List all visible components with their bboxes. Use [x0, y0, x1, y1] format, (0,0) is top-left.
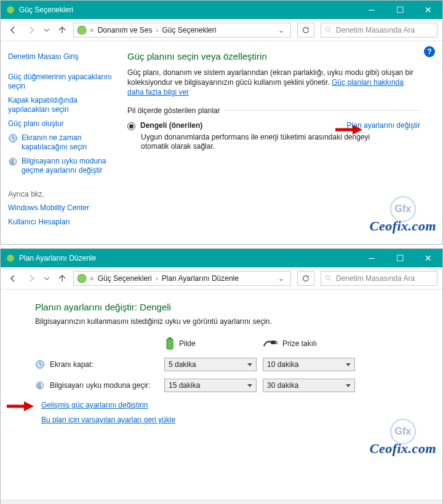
refresh-button[interactable]	[297, 23, 314, 37]
row-sleep-label: Bilgisayarı uyku moduna geçir:	[50, 381, 150, 390]
chevron-right-icon: ›	[156, 26, 158, 34]
search-icon	[325, 26, 332, 34]
see-also-label: Ayrıca bkz.	[8, 190, 119, 199]
column-plugged: Prize takılı	[263, 339, 361, 348]
address-bar[interactable]: « Güç Seçenekleri › Plan Ayarlarını Düze…	[73, 271, 291, 286]
column-battery: Pilde	[164, 337, 263, 350]
titlebar[interactable]: Güç Seçenekleri ─ ☐ ✕	[1, 1, 442, 19]
nav-toolbar: « Donanım ve Ses › Güç Seçenekleri ⌄ Den…	[1, 19, 442, 41]
page-heading: Güç planını seçin veya özelleştirin	[127, 51, 420, 61]
button-bar: Değişiklikleri kaydet İptal	[1, 500, 442, 504]
main-panel: Güç planını seçin veya özelleştirin Güç …	[125, 47, 442, 238]
search-input[interactable]: Denetim Masasında Ara	[321, 23, 437, 37]
nav-control-panel-home[interactable]: Denetim Masası Giriş	[8, 52, 119, 61]
recent-dropdown[interactable]	[42, 271, 51, 286]
back-button[interactable]	[6, 271, 20, 286]
crumb-sep-icon: «	[90, 26, 94, 34]
nav-lid-close[interactable]: Kapak kapatıldığında yapılacakları seçin	[8, 96, 119, 114]
up-button[interactable]	[55, 271, 70, 286]
page-heading: Planın ayarlarını değiştir: Dengeli	[35, 302, 420, 312]
clock-icon	[8, 133, 18, 143]
settings-grid: Pilde Prize takılı Ekranı kapat: 5 dakik…	[35, 337, 420, 392]
close-button[interactable]: ✕	[414, 1, 442, 19]
column-battery-label: Pilde	[179, 339, 196, 348]
crumb-sep-icon: «	[90, 274, 94, 283]
window-title: Güç Seçenekleri	[19, 6, 357, 14]
plan-radio-balanced[interactable]	[127, 122, 135, 130]
restore-defaults-link[interactable]: Bu plan için varsayılan ayarları geri yü…	[41, 415, 175, 424]
watermark-badge: Gfx	[390, 196, 416, 222]
chevron-down-icon[interactable]: ⌄	[274, 274, 288, 283]
nav-sleep-settings[interactable]: Bilgisayarın uyku moduna geçme ayarların…	[22, 157, 119, 175]
power-icon	[6, 253, 15, 263]
battery-icon	[164, 337, 175, 350]
clock-icon	[35, 360, 45, 369]
titlebar[interactable]: Plan Ayarlarını Düzenle ─ ☐ ✕	[1, 249, 442, 267]
row-display-label: Ekranı kapat:	[50, 360, 94, 369]
svg-point-5	[7, 254, 14, 262]
window-title: Plan Ayarlarını Düzenle	[19, 254, 357, 262]
svg-rect-8	[167, 339, 173, 349]
column-plugged-label: Prize takılı	[282, 339, 317, 348]
sidebar: Denetim Masası Giriş Güç düğmelerinin ya…	[8, 47, 125, 238]
svg-point-7	[325, 275, 330, 280]
search-placeholder: Denetim Masasında Ara	[336, 274, 415, 283]
nav-display-off[interactable]: Ekranın ne zaman kapatılacağını seçin	[22, 133, 119, 152]
maximize-button[interactable]: ☐	[386, 249, 414, 267]
svg-rect-9	[169, 337, 171, 339]
breadcrumb-item[interactable]: Donanım ve Ses	[95, 26, 155, 34]
moon-icon	[35, 380, 45, 390]
close-button[interactable]: ✕	[414, 249, 442, 267]
moon-icon	[8, 157, 18, 167]
forward-button[interactable]	[24, 23, 39, 37]
recent-dropdown[interactable]	[42, 23, 51, 37]
svg-point-0	[7, 6, 14, 14]
power-icon	[76, 25, 87, 36]
nav-user-accounts[interactable]: Kullanıcı Hesapları	[8, 218, 119, 227]
forward-button[interactable]	[24, 271, 39, 286]
address-bar[interactable]: « Donanım ve Ses › Güç Seçenekleri ⌄	[73, 23, 291, 37]
search-placeholder: Denetim Masasında Ara	[336, 26, 415, 34]
refresh-button[interactable]	[297, 271, 314, 286]
plug-icon	[263, 339, 279, 348]
plan-description: Uygun donanımlarda performans ile enerji…	[141, 133, 375, 152]
display-battery-dropdown[interactable]: 5 dakika	[164, 358, 257, 371]
dropdown-value: 5 dakika	[169, 360, 196, 369]
svg-point-2	[325, 27, 330, 31]
advanced-power-settings-link[interactable]: Gelişmiş güç ayarlarını değiştirin	[41, 401, 148, 409]
minimize-button[interactable]: ─	[357, 249, 386, 267]
edit-plan-window: Plan Ayarlarını Düzenle ─ ☐ ✕ « Güç Seçe…	[0, 248, 443, 504]
dropdown-value: 10 dakika	[267, 360, 298, 369]
watermark: Gfx Ceofix.com	[370, 196, 436, 234]
chevron-down-icon[interactable]: ⌄	[274, 26, 288, 34]
sleep-plugged-dropdown[interactable]: 30 dakika	[263, 379, 355, 392]
power-icon	[76, 273, 87, 284]
breadcrumb-item[interactable]: Güç Seçenekleri	[159, 26, 218, 34]
watermark-text: Ceofix.com	[370, 218, 436, 234]
dropdown-value: 30 dakika	[267, 381, 298, 390]
chevron-right-icon: ›	[156, 274, 158, 283]
search-input[interactable]: Denetim Masasında Ara	[321, 271, 437, 286]
search-icon	[325, 275, 332, 282]
sleep-battery-dropdown[interactable]: 15 dakika	[164, 379, 257, 392]
breadcrumb-item[interactable]: Güç Seçenekleri	[95, 274, 154, 283]
svg-rect-10	[271, 341, 276, 344]
plans-section-label: Pil ölçerde gösterilen planlar	[127, 106, 220, 115]
display-plugged-dropdown[interactable]: 10 dakika	[263, 358, 355, 371]
nav-create-plan[interactable]: Güç planı oluştur	[8, 119, 119, 128]
minimize-button[interactable]: ─	[357, 1, 386, 19]
nav-power-buttons[interactable]: Güç düğmelerinin yapacaklarını seçin	[8, 73, 119, 91]
maximize-button[interactable]: ☐	[386, 1, 414, 19]
back-button[interactable]	[6, 23, 20, 37]
dropdown-value: 15 dakika	[169, 381, 200, 390]
watermark-text: Ceofix.com	[370, 441, 436, 457]
power-icon	[6, 5, 15, 15]
nav-mobility-center[interactable]: Windows Mobility Center	[8, 203, 119, 213]
power-options-window: Güç Seçenekleri ─ ☐ ✕ « Donanım ve Ses ›…	[0, 0, 443, 245]
nav-toolbar: « Güç Seçenekleri › Plan Ayarlarını Düze…	[1, 267, 442, 289]
breadcrumb-item[interactable]: Plan Ayarlarını Düzenle	[159, 274, 241, 283]
annotation-arrow-icon	[334, 124, 364, 135]
row-sleep: Bilgisayarı uyku moduna geçir:	[35, 380, 164, 390]
annotation-arrow-icon	[6, 401, 35, 412]
up-button[interactable]	[55, 23, 70, 37]
